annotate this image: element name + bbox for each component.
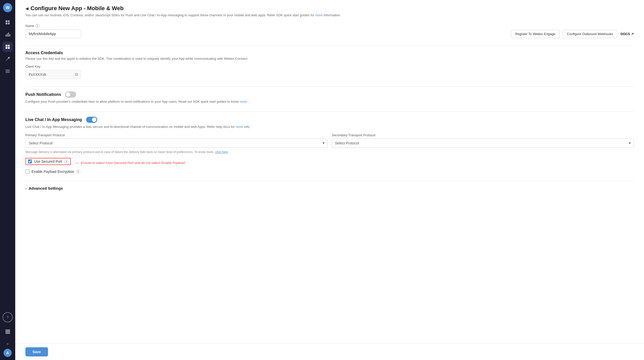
secondary-protocol-label: Secondary Transport Protocol [332, 133, 634, 137]
annotation-text-end: ' [185, 161, 185, 165]
docs-button[interactable]: DOCS ↗ [620, 32, 634, 36]
svg-rect-5 [8, 23, 10, 24]
top-row: Name ℹ Register To Webex Engage Configur… [25, 24, 634, 38]
primary-protocol-label: Primary Transport Protocol [25, 133, 328, 137]
help-icon: ? [7, 315, 9, 319]
push-toggle-thumb [66, 92, 70, 97]
payload-enc-info-icon[interactable]: ℹ [76, 170, 80, 174]
divider-1 [25, 45, 634, 46]
divider-2 [25, 86, 634, 86]
svg-text:W: W [6, 6, 10, 10]
push-desc-link[interactable]: more [240, 100, 247, 103]
svg-rect-25 [9, 333, 10, 334]
svg-rect-23 [6, 333, 7, 334]
access-credentials-title: Access Credentials [25, 51, 634, 55]
sidebar-expand-btn[interactable]: » [6, 341, 10, 347]
svg-rect-10 [6, 45, 7, 47]
advanced-settings-section: › Advanced Settings [25, 186, 634, 190]
register-button[interactable]: Register To Webex Engage [511, 30, 560, 38]
svg-rect-22 [9, 331, 10, 332]
footer-bar: Save [15, 343, 644, 360]
live-chat-toggle[interactable] [86, 117, 97, 123]
sidebar-item-grid[interactable] [3, 326, 13, 337]
enable-payload-row: Enable Payload Encryption ℹ [25, 170, 634, 174]
docs-icon: ↗ [631, 32, 634, 36]
subtitle-link[interactable]: more [315, 13, 323, 17]
live-chat-toggle-track [86, 117, 97, 123]
svg-rect-14 [6, 70, 10, 70]
delivery-link[interactable]: click here [215, 150, 228, 154]
svg-rect-11 [8, 45, 10, 47]
primary-protocol-group: Primary Transport Protocol Select Protoc… [25, 133, 328, 148]
use-secured-port-label: Use Secured Port [34, 159, 62, 163]
push-toggle-row: Push Notifications [25, 92, 634, 98]
save-button[interactable]: Save [25, 347, 48, 356]
svg-rect-19 [9, 329, 10, 331]
page-header: ◀ Configure New App - Mobile & Web [25, 5, 634, 12]
primary-protocol-select[interactable]: Select Protocol MQTT WebSocket [25, 139, 328, 148]
content-area: ◀ Configure New App - Mobile & Web You c… [15, 0, 644, 343]
sidebar-item-help[interactable]: ? [3, 312, 13, 322]
sidebar-item-apps[interactable] [3, 42, 13, 52]
name-input[interactable] [25, 29, 81, 38]
sidebar: W [0, 0, 15, 360]
svg-rect-21 [7, 331, 8, 332]
configure-button[interactable]: Configure Outbound Webhooks [563, 30, 618, 38]
advanced-settings-toggle[interactable]: › Advanced Settings [25, 186, 63, 190]
push-notifications-desc: Configure your Push provider's credentia… [25, 99, 634, 104]
svg-rect-20 [6, 331, 7, 332]
push-toggle-track [65, 92, 76, 98]
sidebar-item-tools[interactable] [3, 54, 13, 64]
page-title: Configure New App - Mobile & Web [30, 5, 124, 12]
live-chat-section: Live Chat / In-App Messaging Live Chat /… [25, 117, 634, 174]
access-credentials-section: Access Credentials Please use this key a… [25, 51, 634, 79]
sidebar-item-dashboard[interactable] [3, 17, 13, 27]
name-label: Name ℹ [25, 24, 81, 28]
svg-rect-7 [7, 34, 8, 37]
svg-rect-24 [7, 333, 8, 334]
push-toggle[interactable] [65, 92, 76, 98]
live-chat-desc-link[interactable]: more [236, 125, 243, 129]
live-chat-desc: Live Chat / In-App Messaging provides a … [25, 124, 634, 129]
client-key-label: Client Key [25, 65, 634, 68]
secondary-protocol-group: Secondary Transport Protocol Select Prot… [332, 133, 634, 148]
svg-rect-16 [6, 72, 10, 73]
back-button[interactable]: ◀ [25, 6, 28, 11]
svg-rect-2 [6, 20, 7, 22]
main-area: ◀ Configure New App - Mobile & Web You c… [15, 0, 644, 360]
chevron-icon: › [25, 186, 27, 190]
access-credentials-desc: Please use this key and the appid to ini… [25, 56, 634, 61]
push-notifications-section: Push Notifications Configure your Push p… [25, 92, 634, 104]
back-icon: ◀ [25, 6, 28, 11]
sidebar-item-list[interactable] [3, 66, 13, 76]
annotation-arrow-icon: → [74, 160, 79, 166]
avatar[interactable]: A [4, 349, 12, 357]
push-notifications-title: Push Notifications [25, 92, 61, 97]
svg-rect-15 [6, 71, 10, 71]
svg-rect-8 [8, 33, 9, 37]
live-chat-toggle-row: Live Chat / In-App Messaging [25, 117, 634, 123]
svg-rect-4 [6, 23, 7, 24]
action-buttons: Register To Webex Engage Configure Outbo… [511, 30, 634, 38]
svg-rect-6 [6, 35, 6, 37]
secured-port-info-icon[interactable]: ℹ [64, 159, 68, 163]
client-key-field: PxXXXXsb ⧉ [25, 70, 81, 79]
svg-rect-18 [7, 329, 8, 331]
divider-4 [25, 181, 634, 181]
sidebar-item-analytics[interactable] [3, 29, 13, 40]
live-chat-title: Live Chat / In-App Messaging [25, 117, 82, 122]
copy-button[interactable]: ⧉ [75, 72, 78, 77]
svg-rect-9 [9, 34, 10, 37]
svg-rect-13 [8, 47, 10, 49]
svg-rect-17 [6, 329, 7, 331]
enable-payload-checkbox[interactable] [25, 170, 29, 174]
annotation-text: Ensure to select 'User Secured Port' and… [81, 161, 185, 165]
svg-rect-3 [8, 20, 10, 22]
use-secured-port-checkbox[interactable] [28, 159, 32, 163]
name-info-icon[interactable]: ℹ [35, 24, 39, 28]
secondary-protocol-select[interactable]: Select Protocol MQTT WebSocket [332, 139, 634, 148]
enable-payload-label: Enable Payload Encryption [31, 170, 74, 174]
sidebar-bottom: ? » A [3, 312, 13, 357]
svg-rect-12 [6, 47, 7, 49]
secondary-protocol-select-wrapper: Select Protocol MQTT WebSocket ▼ [332, 139, 634, 148]
